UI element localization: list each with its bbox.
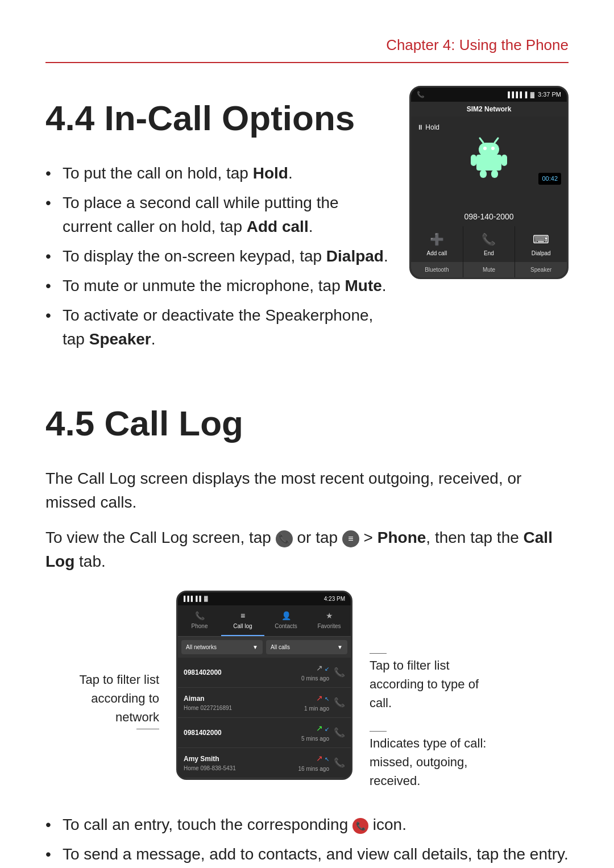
section-45-title: 4.5 Call Log xyxy=(45,397,569,450)
list-item: To display the on-screen keypad, tap Dia… xyxy=(45,244,392,268)
call-dial-icon-4[interactable]: 📞 xyxy=(334,756,345,770)
call-name-1: 0981402000 xyxy=(184,667,291,678)
speaker-button[interactable]: Speaker xyxy=(515,262,567,277)
call-item-4[interactable]: Amy Smith Home 098-838-5431 ↗ ↖ 16 mins … xyxy=(178,748,351,778)
signal-bars: ▌▌▌▌ xyxy=(508,90,524,99)
missed-call-icon: ↗ xyxy=(316,693,323,703)
add-call-label: Add call xyxy=(427,250,447,256)
call-dial-icon-2[interactable]: 📞 xyxy=(334,696,345,709)
left-annotation: Tap to filter list according to network xyxy=(45,591,159,729)
filter-calls-button[interactable]: All calls ▼ xyxy=(266,640,347,654)
call-arrow-3: ↙ xyxy=(325,726,329,732)
bluetooth-label: Bluetooth xyxy=(425,267,449,273)
call-sub-2: Home 0227216891 xyxy=(184,704,291,712)
svg-rect-6 xyxy=(471,155,476,166)
call-name-4: Amy Smith xyxy=(184,754,291,764)
list-item: To place a second call while putting the… xyxy=(45,191,392,239)
tab-phone-label: Phone xyxy=(192,623,208,629)
svg-line-4 xyxy=(480,138,483,143)
chapter-header: Chapter 4: Using the Phone xyxy=(45,34,569,63)
section-44-title: 4.4 In-Call Options xyxy=(45,92,392,144)
tab-favorites-label: Favorites xyxy=(317,623,341,629)
call-arrow-icon: ↙ xyxy=(325,666,329,672)
chapter-label: Chapter 4: Using the Phone xyxy=(386,36,569,53)
tab-contacts-label: Contacts xyxy=(275,623,297,629)
list-item: To send a message, add to contacts, and … xyxy=(45,842,569,866)
call-dial-icon-1[interactable]: 📞 xyxy=(334,666,345,679)
call-meta-4: ↗ ↖ 16 mins ago xyxy=(295,753,329,773)
calllog-diagram-layout: Tap to filter list according to network … xyxy=(45,591,569,790)
svg-line-5 xyxy=(495,138,498,143)
phone-small-icon: 📞 xyxy=(352,818,368,834)
dialpad-label: Dialpad xyxy=(532,250,551,256)
list-item: To call an entry, touch the correspondin… xyxy=(45,813,569,837)
tab-contacts[interactable]: 👤 Contacts xyxy=(264,605,308,636)
annotation-right-line6: received. xyxy=(370,771,500,790)
calllog-tab-icon: ≡ xyxy=(223,610,262,622)
filter-calls-dropdown-icon: ▼ xyxy=(337,643,343,651)
call-meta-2: ↗ ↖ 1 min ago xyxy=(295,692,329,713)
dialpad-button[interactable]: ⌨ Dialpad xyxy=(515,226,567,262)
end-call-label: End xyxy=(484,250,494,256)
tab-favorites[interactable]: ★ Favorites xyxy=(308,605,351,636)
cl-time: 4:23 PM xyxy=(324,595,345,603)
svg-rect-8 xyxy=(480,170,487,178)
missed-call-icon-2: ↗ xyxy=(316,754,323,763)
outgoing-call-icon: ↗ xyxy=(316,663,323,672)
annotation-right-line3: call. xyxy=(370,693,500,712)
status-icons: ▌▌▌▌ ▌ ▓ 3:37 PM xyxy=(508,90,561,99)
call-time-3: 5 mins ago xyxy=(295,734,329,743)
contacts-tab-icon: 👤 xyxy=(267,610,305,622)
tap-instruction: To view the Call Log screen, tap 📞 or ta… xyxy=(45,526,569,574)
phone-mockup-44: 📞 ▌▌▌▌ ▌ ▓ 3:37 PM SIM2 Network ⏸ Hold xyxy=(409,86,569,279)
end-call-icon: 📞 xyxy=(466,231,513,248)
bottom-bullets: To call an entry, touch the correspondin… xyxy=(45,813,569,868)
call-name-2: Aiman xyxy=(184,693,291,704)
page-container: Chapter 4: Using the Phone 4.4 In-Call O… xyxy=(0,0,614,868)
svg-point-3 xyxy=(491,147,495,150)
dialpad-icon: ⌨ xyxy=(517,231,565,248)
battery-icon: ▓ xyxy=(530,90,534,99)
section-44: 4.4 In-Call Options To put the call on h… xyxy=(45,86,569,363)
tab-phone[interactable]: 📞 Phone xyxy=(178,605,221,636)
tab-calllog[interactable]: ≡ Call log xyxy=(221,605,264,636)
list-item: To put the call on hold, tap Hold. xyxy=(45,161,392,185)
annotation-left-line2: according to network xyxy=(45,689,159,726)
bluetooth-button[interactable]: Bluetooth xyxy=(411,262,463,277)
add-call-button[interactable]: ➕ Add call xyxy=(411,226,463,262)
phone-number: 098-140-2000 xyxy=(411,207,567,226)
end-call-button[interactable]: 📞 End xyxy=(463,226,515,262)
android-robot-icon xyxy=(466,135,512,180)
call-meta-1: ↗ ↙ 0 mins ago xyxy=(295,662,329,683)
add-icon: ➕ xyxy=(413,231,460,248)
incoming-call-icon: ↗ xyxy=(316,724,323,733)
annotation-right-line4: Indicates type of call: xyxy=(370,734,500,753)
phone-tab-icon: 📞 xyxy=(180,610,219,622)
filter-network-button[interactable]: All networks ▼ xyxy=(181,640,263,654)
call-name-3: 0981402000 xyxy=(184,728,291,738)
network-bar: SIM2 Network xyxy=(411,102,567,117)
call-info-3: 0981402000 xyxy=(184,728,291,738)
menu-icon-inline: ≡ xyxy=(342,530,359,547)
network-label: SIM2 Network xyxy=(467,105,512,113)
section-45-description: The Call Log screen displays the most re… xyxy=(45,467,569,514)
call-dial-icon-3[interactable]: 📞 xyxy=(334,726,345,740)
call-item-1[interactable]: 0981402000 ↗ ↙ 0 mins ago 📞 xyxy=(178,658,351,688)
phone-second-row: Bluetooth Mute Speaker xyxy=(411,262,567,277)
phone-circle-icon: 📞 xyxy=(276,530,293,547)
call-info-1: 0981402000 xyxy=(184,667,291,678)
annotation-right-line5: missed, outgoing, xyxy=(370,753,500,771)
phone-actions: ➕ Add call 📞 End ⌨ Dialpad xyxy=(411,226,567,262)
svg-point-2 xyxy=(483,147,487,150)
filter-calls-label: All calls xyxy=(271,643,290,651)
call-area: ⏸ Hold xyxy=(411,117,567,207)
time-display: 3:37 PM xyxy=(538,90,561,99)
list-item: To mute or unmute the microphone, tap Mu… xyxy=(45,274,392,298)
annotation-right-line1: Tap to filter list xyxy=(370,656,500,675)
call-item-3[interactable]: 0981402000 ↗ ↙ 5 mins ago 📞 xyxy=(178,718,351,748)
section-44-layout: 4.4 In-Call Options To put the call on h… xyxy=(45,86,569,363)
tab-calllog-label: Call log xyxy=(233,623,252,629)
wifi-icon: ▌ xyxy=(525,90,529,99)
mute-button[interactable]: Mute xyxy=(463,262,515,277)
call-item-2[interactable]: Aiman Home 0227216891 ↗ ↖ 1 min ago 📞 xyxy=(178,688,351,718)
